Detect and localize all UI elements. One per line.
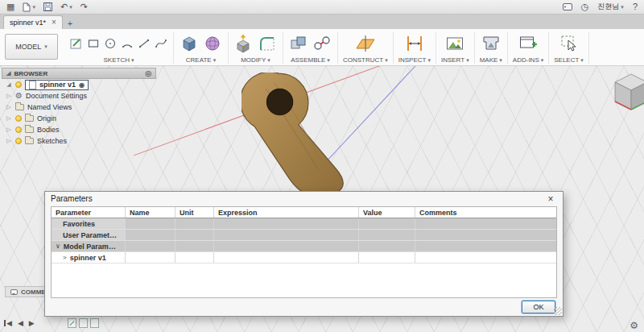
expander-icon[interactable]: ◢ [6, 81, 12, 88]
browser-collapse-icon[interactable]: ◢ [6, 70, 10, 77]
document-tab-label: spinner v1* [10, 19, 46, 27]
measure-icon[interactable] [404, 33, 425, 54]
browser-item-document-settings[interactable]: ▷ ⚙ Document Settings [2, 90, 156, 102]
workspace-selector-button[interactable]: MODEL ▾ [5, 34, 58, 60]
column-header[interactable]: Parameter [52, 207, 126, 218]
timeline-feature-icon[interactable] [90, 318, 99, 328]
ok-button[interactable]: OK [522, 301, 555, 313]
dialog-titlebar[interactable]: Parameters × [45, 192, 563, 205]
view-cube[interactable] [605, 66, 644, 114]
browser-item-label: Document Settings [26, 92, 87, 100]
press-pull-icon[interactable] [233, 33, 254, 54]
user-account-menu[interactable]: 진현님 ▾ [597, 3, 624, 10]
table-row-user-parameters[interactable]: User Paramet… [52, 230, 556, 241]
table-row-model-parameters[interactable]: ∨ Model Param… [52, 241, 556, 252]
column-header[interactable]: Comments [415, 207, 556, 218]
tab-close-icon[interactable]: × [52, 19, 56, 27]
caret-down-icon: ▾ [499, 57, 502, 64]
toolbar-group-make-label[interactable]: MAKE ▾ [480, 56, 502, 64]
browser-root-row[interactable]: ◢ spinner v1 ◉ [2, 79, 156, 90]
construction-plane-icon[interactable] [354, 33, 377, 54]
history-clock-icon[interactable]: ◷ [581, 2, 589, 11]
expander-icon[interactable]: ▷ [6, 104, 12, 110]
caret-down-icon: ▾ [131, 57, 134, 64]
toolbar-group-sketch-label[interactable]: SKETCH ▾ [104, 56, 134, 64]
insert-image-icon[interactable] [444, 33, 465, 54]
expander-icon[interactable]: ▷ [6, 138, 12, 144]
job-status-button[interactable] [563, 3, 572, 10]
browser-item-named-views[interactable]: ▷ Named Views [2, 102, 156, 113]
arc-tool-icon[interactable] [120, 36, 134, 51]
table-row-spinner-v1[interactable]: > spinner v1 [52, 252, 556, 264]
toolbar-group-select-label[interactable]: SELECT ▾ [554, 56, 584, 64]
toolbar-group-create-label[interactable]: CREATE ▾ [186, 56, 216, 64]
expander-icon[interactable]: ▷ [6, 115, 12, 122]
line-tool-icon[interactable] [137, 36, 151, 51]
scripts-addins-icon[interactable] [518, 33, 539, 54]
visibility-bulb-icon[interactable] [15, 138, 22, 144]
row-expanded-icon[interactable]: ∨ [56, 243, 60, 250]
file-menu-button[interactable]: ▾ [23, 2, 35, 12]
visibility-bulb-icon[interactable] [15, 115, 22, 122]
browser-item-origin[interactable]: ▷ Origin [2, 113, 156, 124]
browser-header[interactable]: ◢ BROWSER ◎ [2, 68, 156, 79]
column-header[interactable]: Unit [175, 207, 214, 218]
folder-icon [15, 104, 24, 110]
timeline-sketch-feature-icon[interactable] [68, 318, 76, 328]
empty-cell [214, 252, 359, 263]
display-settings-gear-icon[interactable]: ⚙ [630, 320, 638, 331]
fillet-icon[interactable] [257, 33, 278, 54]
visibility-bulb-icon[interactable] [15, 127, 22, 133]
toolbar-group-assemble-label[interactable]: ASSEMBLE ▾ [291, 56, 330, 64]
activate-component-radio[interactable]: ◉ [79, 81, 85, 89]
toolbar-group-construct-label[interactable]: CONSTRUCT ▾ [343, 56, 388, 64]
create-sketch-icon[interactable] [69, 36, 84, 51]
create-box-icon[interactable] [179, 33, 200, 54]
browser-item-sketches[interactable]: ▷ Sketches [2, 135, 156, 147]
timeline-step-back-button[interactable]: ◀ [18, 319, 23, 327]
toolbar-group-inspect-label[interactable]: INSPECT ▾ [398, 56, 431, 64]
column-header[interactable]: Expression [214, 207, 359, 218]
new-tab-button[interactable]: + [63, 17, 77, 29]
toolbar-group-insert-label[interactable]: INSERT ▾ [441, 56, 469, 64]
timeline-feature-icon[interactable] [79, 318, 88, 328]
3d-print-icon[interactable] [481, 33, 502, 54]
help-button[interactable]: ? [633, 2, 638, 11]
expander-icon[interactable]: ▷ [6, 127, 12, 133]
undo-button[interactable]: ↶ ▾ [60, 2, 72, 11]
save-button[interactable] [43, 2, 52, 11]
row-collapsed-icon[interactable]: > [63, 254, 67, 261]
toolbar-group-addins-label[interactable]: ADD-INS ▾ [513, 56, 543, 64]
caret-down-icon: ▾ [621, 4, 624, 10]
visibility-bulb-icon[interactable] [15, 81, 22, 88]
circle-tool-icon[interactable] [103, 36, 118, 51]
group-label-text: CREATE [186, 56, 212, 64]
dialog-close-icon[interactable]: × [544, 194, 557, 204]
redo-button[interactable]: ↷ [80, 2, 88, 11]
timeline-go-to-start-button[interactable]: ◀ [4, 319, 12, 327]
column-header[interactable]: Name [126, 207, 175, 218]
toolbar-group-modify-label[interactable]: MODIFY ▾ [241, 56, 270, 64]
document-tab-active[interactable]: spinner v1* × [3, 15, 63, 29]
rectangle-tool-icon[interactable] [86, 36, 101, 51]
data-panel-icon[interactable]: ▦ [6, 2, 14, 11]
root-component-box[interactable]: spinner v1 ◉ [25, 80, 89, 90]
spline-tool-icon[interactable] [154, 36, 168, 51]
browser-item-bodies[interactable]: ▷ Bodies [2, 124, 156, 135]
toolbar-group-select: SELECT ▾ [549, 32, 589, 64]
dialog-resize-grip[interactable] [554, 307, 562, 315]
joint-icon[interactable] [312, 33, 332, 54]
new-component-icon[interactable] [288, 33, 309, 54]
browser-item-label: Bodies [37, 126, 60, 134]
select-cursor-icon[interactable] [559, 33, 580, 54]
table-row-favorites[interactable]: Favorites [52, 218, 556, 230]
column-header[interactable]: Value [359, 207, 415, 218]
create-form-icon[interactable] [202, 33, 223, 54]
timeline-play-button[interactable]: ▶ [29, 319, 35, 327]
browser-options-icon[interactable]: ◎ [145, 69, 151, 77]
spinner-body-part[interactable] [242, 73, 380, 195]
table-empty-area [52, 264, 556, 297]
timeline-feature-cluster [68, 318, 99, 328]
expander-icon[interactable]: ▷ [6, 93, 12, 99]
save-icon [43, 2, 52, 11]
